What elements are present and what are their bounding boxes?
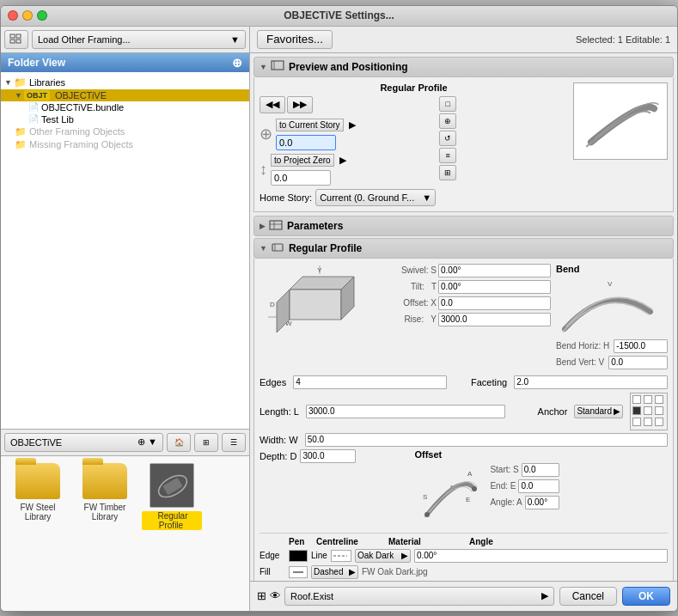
fill-pen-icon (293, 568, 303, 576)
parameters-section-title: Parameters (287, 220, 343, 232)
position-icon: ⊕ (260, 125, 272, 143)
edge-pen-swatch[interactable] (289, 550, 308, 562)
bend-horiz-label: Bend Horiz: H (556, 341, 609, 351)
preview-thumbnail (573, 82, 668, 160)
svg-rect-3 (16, 40, 21, 43)
anchor-dot-1[interactable] (632, 395, 641, 404)
minimize-button[interactable] (22, 10, 33, 21)
icon-btn-lines[interactable]: ≡ (439, 148, 456, 163)
lib-item-fw-timber[interactable]: FW Timber Library (75, 463, 135, 530)
parameters-section-header[interactable]: ▶ Parameters (253, 216, 674, 236)
project-zero-arrow-label[interactable]: to Project Zero (271, 154, 334, 167)
icon-btn-grid[interactable]: ⊞ (439, 165, 456, 180)
icon-btn-rect[interactable]: □ (439, 96, 456, 112)
end-input[interactable] (518, 479, 559, 493)
tree-item-objective-bundle[interactable]: 📄 OBJECTiVE.bundle (1, 101, 249, 113)
anchor-dot-8[interactable] (644, 418, 652, 426)
anchor-dot-5[interactable] (644, 406, 652, 415)
tree-expand-libraries: ▼ (4, 78, 12, 87)
lib-icon-btn-2[interactable]: ⊞ (194, 433, 218, 452)
rp-section-title: Regular Profile (289, 242, 362, 254)
favorites-button[interactable]: Favorites... (257, 30, 333, 49)
faceting-input[interactable] (514, 375, 668, 389)
ok-button[interactable]: OK (622, 587, 670, 606)
start-input[interactable] (522, 463, 559, 477)
icon-btn-rotate[interactable]: ↺ (439, 131, 456, 146)
project-zero-arrow: ▶ (339, 155, 346, 166)
rp-section-header[interactable]: ▼ Regular Profile (253, 238, 674, 259)
folder-icon-other-framing: 📁 (15, 126, 27, 137)
icon-btn-plus[interactable]: ⊕ (439, 113, 456, 129)
preview-section-header[interactable]: ▼ Preview and Positioning (253, 57, 674, 77)
lib-item-regular-profile[interactable]: Regular Profile (142, 463, 202, 530)
tree-item-test-lib[interactable]: 📄 Test Lib (1, 113, 249, 125)
swivel-input[interactable] (438, 264, 551, 278)
cancel-button[interactable]: Cancel (559, 587, 617, 606)
anchor-dot-3[interactable] (655, 395, 663, 404)
window-controls (8, 10, 47, 21)
angle-a-input[interactable] (525, 496, 559, 509)
anchor-select[interactable]: Standard ▶ (574, 405, 623, 418)
floor-select[interactable]: Roof.Exist ▶ (284, 587, 554, 606)
current-story-input[interactable] (276, 135, 336, 150)
lib-select-dropdown[interactable]: OBJECTiVE ⊕ ▼ (4, 433, 163, 452)
fill-pen-btn[interactable] (289, 566, 308, 578)
tree-item-missing-framing[interactable]: 📁 Missing Framing Objects (1, 138, 249, 151)
faceting-label: Faceting (471, 377, 507, 387)
width-label: Width: W (260, 435, 298, 445)
home-story-label: Home Story: (260, 192, 312, 203)
edge-centreline-btn[interactable] (331, 550, 351, 562)
folder-view-arrow[interactable]: ⊕ (232, 56, 242, 70)
lib-icon-btn-1[interactable]: 🏠 (167, 433, 191, 452)
maximize-button[interactable] (37, 10, 47, 21)
thumb-regular-profile (150, 463, 194, 508)
folder-icon-missing-framing: 📁 (15, 139, 27, 150)
grid-view-btn[interactable] (4, 30, 28, 49)
rp-icon (271, 241, 284, 255)
edge-angle-input[interactable] (414, 549, 668, 563)
anchor-dot-6[interactable] (655, 406, 663, 415)
tree-item-libraries[interactable]: ▼ 📁 Libraries (1, 76, 249, 89)
tree-item-other-framing[interactable]: 📁 Other Framing Objects (1, 125, 249, 138)
tilt-input[interactable] (438, 280, 551, 294)
close-button[interactable] (8, 10, 18, 21)
depth-input[interactable] (300, 449, 356, 463)
rise-row: Rise: Y (385, 313, 551, 326)
load-other-framing-btn[interactable]: Load Other Framing... ▼ (32, 30, 246, 49)
folder-icon-libraries: 📁 (14, 76, 27, 88)
bend-horiz-input[interactable] (614, 339, 668, 353)
anchor-dot-9[interactable] (655, 418, 663, 426)
lib-icon-btn-3[interactable]: ☰ (222, 433, 246, 452)
rp-top-area: Y X D W L T S (260, 264, 668, 372)
edge-row-label: Edge (260, 551, 285, 560)
rise-input[interactable] (438, 313, 551, 326)
angle-a-label: Angle: A (490, 497, 522, 507)
centreline-icon (333, 552, 347, 560)
length-input[interactable] (306, 405, 505, 418)
svg-point-33 (425, 512, 430, 517)
project-zero-input[interactable] (271, 170, 331, 186)
nav-prev-btn[interactable]: ◀◀ (260, 96, 285, 113)
offset-input[interactable] (438, 296, 551, 310)
anchor-dot-2[interactable] (644, 395, 652, 404)
current-story-arrow-label[interactable]: to Current Story (276, 119, 344, 131)
fill-pen-row: Fill Dashed ▶ FW Oak Dark.jpg (260, 565, 668, 579)
nav-next-btn[interactable]: ▶▶ (287, 96, 313, 113)
anchor-dot-4[interactable] (632, 406, 641, 415)
home-story-select[interactable]: Current (0. Ground F... ▼ (315, 189, 436, 206)
edge-material-select[interactable]: Oak Dark ▶ (355, 549, 411, 563)
rp-section-content: Y X D W L T S (253, 259, 674, 581)
rise-label: Rise: Y (385, 314, 437, 324)
edges-input[interactable] (293, 375, 447, 389)
fill-style-select[interactable]: Dashed ▶ (311, 565, 358, 579)
bend-vert-input[interactable] (608, 356, 668, 369)
depth-group: Depth: D (260, 449, 356, 463)
tree-item-objective[interactable]: ▼ OBJT OBJECTiVE (1, 89, 249, 101)
pcm-header-row: Pen Centreline Material Angle (260, 537, 668, 546)
svg-rect-1 (16, 34, 21, 38)
lib-item-fw-steel[interactable]: FW Steel Library (8, 463, 68, 530)
anchor-dot-7[interactable] (632, 418, 641, 426)
home-story-row: Home Story: Current (0. Ground F... ▼ (260, 189, 436, 206)
width-input[interactable] (305, 433, 668, 447)
lib-item-label-regular-profile: Regular Profile (142, 511, 202, 530)
